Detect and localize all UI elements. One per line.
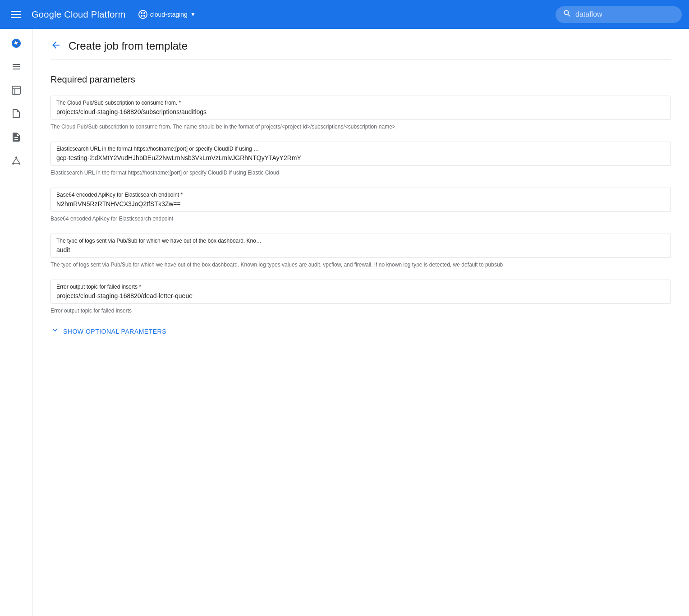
api-key-input[interactable]	[56, 200, 665, 207]
hamburger-menu-button[interactable]	[7, 7, 24, 22]
project-name: cloud-staging	[150, 11, 188, 18]
elasticsearch-url-label: Elasticsearch URL in the format https://…	[56, 146, 665, 152]
required-parameters-section: Required parameters The Cloud Pub/Sub su…	[51, 74, 671, 337]
pubsub-subscription-input[interactable]	[56, 108, 665, 115]
svg-line-14	[13, 158, 16, 163]
log-type-input[interactable]	[56, 246, 665, 253]
elasticsearch-url-input[interactable]	[56, 154, 665, 161]
error-topic-label: Error output topic for failed inserts *	[56, 284, 665, 290]
log-type-field: The type of logs sent via Pub/Sub for wh…	[51, 234, 671, 269]
search-icon	[563, 9, 572, 20]
project-selector[interactable]: cloud-staging ▼	[133, 7, 201, 22]
show-optional-label: SHOW OPTIONAL PARAMETERS	[63, 328, 166, 335]
app-layout: Create job from template Required parame…	[0, 0, 689, 616]
error-topic-field: Error output topic for failed inserts * …	[51, 280, 671, 315]
log-type-hint: The type of logs sent via Pub/Sub for wh…	[51, 261, 671, 269]
section-title: Required parameters	[51, 74, 671, 85]
chevron-down-icon	[51, 326, 60, 337]
api-key-field: Base64 encoded ApiKey for Elasticsearch …	[51, 188, 671, 223]
log-type-label: The type of logs sent via Pub/Sub for wh…	[56, 238, 665, 244]
svg-point-11	[15, 156, 17, 158]
api-key-hint: Base64 encoded ApiKey for Elasticsearch …	[51, 215, 671, 223]
sidebar-item-sql[interactable]	[5, 103, 27, 124]
error-topic-input[interactable]	[56, 292, 665, 299]
svg-point-1	[143, 12, 145, 14]
project-dropdown-arrow[interactable]: ▼	[190, 11, 196, 18]
error-topic-container: Error output topic for failed inserts *	[51, 280, 671, 304]
elasticsearch-url-hint: Elasticsearch URL in the format https://…	[51, 169, 671, 177]
search-input[interactable]	[575, 10, 675, 18]
pubsub-subscription-label: The Cloud Pub/Sub subscription to consum…	[56, 100, 665, 106]
elasticsearch-url-field: Elasticsearch URL in the format https://…	[51, 142, 671, 177]
main-content: Create job from template Required parame…	[32, 29, 689, 616]
global-search-bar[interactable]	[556, 6, 682, 23]
pubsub-subscription-container: The Cloud Pub/Sub subscription to consum…	[51, 96, 671, 120]
sidebar-item-jobs[interactable]	[5, 56, 27, 78]
page-header: Create job from template	[51, 40, 671, 60]
top-navigation: Google Cloud Platform cloud-staging ▼	[0, 0, 689, 29]
show-optional-button[interactable]: SHOW OPTIONAL PARAMETERS	[51, 326, 671, 337]
sidebar-item-flex-templates[interactable]	[5, 126, 27, 148]
api-key-container: Base64 encoded ApiKey for Elasticsearch …	[51, 188, 671, 212]
svg-point-0	[141, 12, 142, 14]
sidebar	[0, 29, 32, 616]
project-icon	[138, 10, 147, 19]
svg-point-3	[143, 15, 145, 17]
sidebar-item-snapshots[interactable]	[5, 79, 27, 101]
svg-rect-8	[12, 86, 20, 94]
back-button[interactable]	[51, 40, 61, 52]
api-key-label: Base64 encoded ApiKey for Elasticsearch …	[56, 192, 665, 198]
sidebar-item-network[interactable]	[5, 150, 27, 171]
pubsub-subscription-field: The Cloud Pub/Sub subscription to consum…	[51, 96, 671, 131]
app-logo: Google Cloud Platform	[32, 9, 126, 20]
page-title: Create job from template	[69, 40, 188, 52]
svg-point-2	[141, 15, 142, 17]
error-topic-hint: Error output topic for failed inserts	[51, 307, 671, 315]
sidebar-item-dataflow[interactable]	[5, 32, 27, 54]
svg-line-15	[16, 158, 19, 163]
elasticsearch-url-container: Elasticsearch URL in the format https://…	[51, 142, 671, 166]
pubsub-subscription-hint: The Cloud Pub/Sub subscription to consum…	[51, 123, 671, 131]
log-type-container: The type of logs sent via Pub/Sub for wh…	[51, 234, 671, 258]
project-dots-icon	[140, 11, 146, 18]
